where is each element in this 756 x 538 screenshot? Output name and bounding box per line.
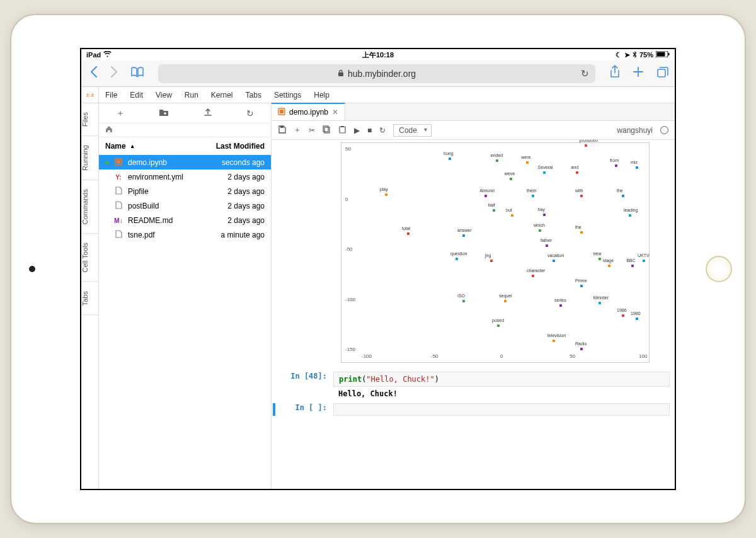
plot-point — [385, 193, 387, 196]
file-row[interactable]: Y:environment.yml2 days ago — [99, 169, 271, 184]
paste-icon[interactable] — [338, 125, 346, 135]
menu-run[interactable]: Run — [178, 91, 205, 100]
menu-tabs[interactable]: Tabs — [239, 91, 268, 100]
tab-running[interactable]: Running — [81, 136, 98, 180]
save-icon[interactable] — [278, 125, 286, 135]
battery-text: 75% — [639, 51, 653, 59]
moon-icon: ☾ — [616, 51, 622, 59]
doc-tab-demo[interactable]: demo.ipynb ✕ — [272, 103, 345, 120]
tab-tabs[interactable]: Tabs — [81, 282, 98, 315]
plot-label: were — [521, 155, 530, 159]
plot-label: miz — [631, 160, 638, 164]
code-input[interactable] — [333, 403, 670, 416]
file-name: tsne.pdf — [128, 231, 190, 239]
file-row[interactable]: M↓README.md2 days ago — [99, 213, 271, 227]
file-row[interactable]: tsne.pdfa minute ago — [99, 227, 271, 242]
file-icon: M↓ — [114, 217, 123, 224]
svg-rect-9 — [280, 126, 284, 128]
svg-rect-2 — [668, 53, 670, 55]
copy-icon[interactable] — [323, 125, 331, 135]
bookmarks-icon[interactable] — [130, 66, 144, 81]
reload-icon[interactable]: ↻ — [581, 68, 589, 79]
file-name: README.md — [128, 216, 190, 225]
new-tab-icon[interactable] — [632, 66, 644, 82]
menu-help[interactable]: Help — [307, 91, 336, 100]
y-tick: 50 — [345, 146, 351, 152]
plot-label: play — [380, 187, 388, 192]
tabs-icon[interactable] — [656, 66, 668, 82]
sort-asc-icon[interactable]: ▲ — [130, 143, 135, 149]
file-modified: 2 days ago — [195, 202, 265, 210]
code-input[interactable]: print("Hello, Chuck!") — [333, 372, 670, 387]
restart-icon[interactable]: ↻ — [379, 126, 386, 135]
plot-label: television — [547, 333, 566, 338]
battery-icon — [656, 51, 670, 59]
plot-point — [504, 300, 507, 302]
notebook-content[interactable]: producedhongendedwerefromSeveralandmizwe… — [272, 140, 675, 489]
close-icon[interactable]: ✕ — [332, 108, 338, 117]
menu-settings[interactable]: Settings — [268, 91, 307, 100]
plot-point — [636, 318, 638, 320]
clock: 上午10:18 — [362, 50, 394, 60]
plot-point — [636, 166, 638, 169]
plot-point — [532, 275, 534, 277]
device-label: iPad — [86, 51, 101, 59]
breadcrumb[interactable] — [99, 123, 271, 137]
tab-celltools[interactable]: Cell Tools — [81, 234, 98, 282]
celltype-select[interactable]: Code — [393, 124, 432, 137]
tab-files[interactable]: Files — [81, 103, 98, 136]
menu-kernel[interactable]: Kernel — [205, 91, 239, 100]
jupyterlab: File Edit View Run Kernel Tabs Settings … — [81, 87, 675, 489]
plot-point — [407, 232, 410, 235]
plot-point — [497, 324, 500, 327]
svg-rect-11 — [323, 126, 328, 132]
plot-label: jng — [485, 253, 491, 258]
plot-label: answer — [457, 228, 472, 232]
file-name: environment.yml — [128, 173, 190, 181]
add-cell-icon[interactable]: ＋ — [294, 125, 301, 135]
svg-rect-8 — [280, 110, 284, 113]
home-icon[interactable] — [105, 125, 113, 135]
svg-rect-1 — [657, 52, 665, 57]
menu-edit[interactable]: Edit — [123, 91, 149, 100]
stop-icon[interactable]: ■ — [367, 126, 372, 135]
filebrowser-toolbar: ＋ ↻ — [99, 103, 271, 123]
plot-point — [576, 171, 578, 174]
code-cell-empty[interactable]: In [ ]: — [273, 403, 670, 416]
plot-point — [449, 157, 451, 160]
url-bar[interactable]: hub.mybinder.org ↻ — [158, 64, 595, 83]
forward-button[interactable] — [109, 66, 120, 82]
plot-label: series — [554, 298, 566, 302]
col-name[interactable]: Name — [105, 142, 126, 151]
y-tick: 0 — [345, 197, 348, 202]
tab-commands[interactable]: Commands — [81, 180, 98, 234]
file-modified: 2 days ago — [195, 173, 265, 181]
main-panel: demo.ipynb ✕ ＋ ✂ ▶ ■ ↻ Code — [272, 103, 675, 489]
file-row[interactable]: demo.ipynbseconds ago — [99, 155, 271, 169]
plot-point — [598, 258, 601, 260]
cut-icon[interactable]: ✂ — [309, 126, 315, 135]
file-name: demo.ipynb — [128, 158, 190, 167]
home-button[interactable] — [706, 256, 732, 282]
jupyter-logo-icon — [81, 87, 99, 103]
plot-label: character — [527, 268, 545, 273]
notebook-icon — [278, 108, 285, 117]
share-icon[interactable] — [609, 65, 621, 83]
new-launcher-icon[interactable]: ＋ — [116, 108, 125, 119]
run-icon[interactable]: ▶ — [354, 126, 360, 135]
menu-file[interactable]: File — [99, 91, 123, 100]
new-folder-icon[interactable] — [159, 108, 169, 118]
file-row[interactable]: postBuild2 days ago — [99, 198, 271, 213]
file-row[interactable]: Pipfile2 days ago — [99, 184, 271, 198]
plot-label: posed — [492, 318, 504, 323]
plot-point — [543, 214, 546, 216]
refresh-icon[interactable]: ↻ — [246, 108, 254, 118]
col-modified[interactable]: Last Modified — [195, 142, 265, 151]
code-cell-48[interactable]: In [48]: print("Hello, Chuck!") Hello, C… — [277, 372, 670, 401]
menu-view[interactable]: View — [149, 91, 178, 100]
back-button[interactable] — [88, 66, 99, 82]
plot-point — [539, 229, 541, 232]
file-browser: ＋ ↻ — [99, 103, 272, 489]
upload-icon[interactable] — [203, 108, 212, 118]
plot-point — [493, 209, 495, 212]
